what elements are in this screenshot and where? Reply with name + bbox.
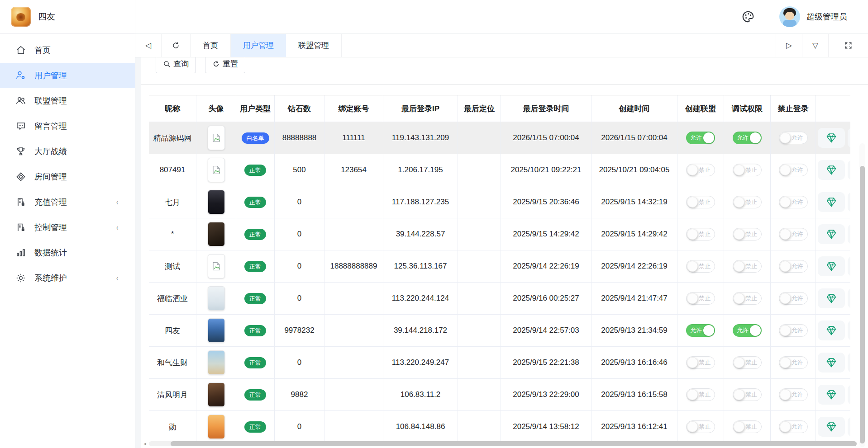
secondary-action-button[interactable]: [848, 256, 850, 276]
create-union-toggle[interactable]: 禁止: [686, 356, 715, 369]
sidebar-item-home-0[interactable]: 首页: [0, 38, 135, 63]
sidebar-item-gear-9[interactable]: 系统维护‹: [0, 265, 135, 291]
cell-create-time: 2025/9/13 21:34:59: [591, 315, 677, 346]
debug-permission-toggle[interactable]: 禁止: [733, 420, 762, 433]
user-avatar[interactable]: [208, 286, 225, 311]
ban-login-toggle[interactable]: 允许: [779, 420, 808, 433]
table-row[interactable]: 和气生财正常0113.220.249.2472025/9/15 22:21:38…: [149, 347, 850, 379]
diamond-action-button[interactable]: [818, 224, 845, 244]
create-union-toggle[interactable]: 禁止: [686, 292, 715, 305]
user-avatar[interactable]: [208, 415, 225, 439]
diamond-action-button[interactable]: [818, 288, 845, 308]
sidebar-item-users-2[interactable]: 联盟管理: [0, 88, 135, 113]
user-type-badge: 正常: [244, 357, 266, 368]
tab-2[interactable]: 联盟管理: [286, 34, 342, 57]
secondary-action-button[interactable]: [848, 321, 850, 340]
tab-0[interactable]: 首页: [191, 34, 231, 57]
create-union-toggle[interactable]: 禁止: [686, 228, 715, 241]
create-union-toggle[interactable]: 禁止: [686, 260, 715, 273]
tabs-forward-button[interactable]: ▷: [776, 34, 802, 57]
diamond-action-button[interactable]: [818, 160, 845, 180]
sidebar-item-trophy-4[interactable]: 大厅战绩: [0, 139, 135, 164]
table-row[interactable]: 勋正常0106.84.148.862025/9/14 13:58:122025/…: [149, 411, 850, 443]
ban-login-toggle[interactable]: 允许: [779, 356, 808, 369]
diamond-action-button[interactable]: [818, 128, 845, 148]
tabs-refresh-button[interactable]: [162, 34, 191, 57]
user-type-badge: 正常: [244, 293, 266, 304]
sidebar-item-building-7[interactable]: 控制管理‹: [0, 215, 135, 240]
table-row[interactable]: 七月正常0117.188.127.2352025/9/15 20:36:4620…: [149, 186, 850, 218]
fullscreen-button[interactable]: [828, 34, 868, 57]
user-avatar[interactable]: [208, 158, 225, 182]
ban-login-toggle[interactable]: 允许: [779, 132, 808, 144]
tab-1[interactable]: 用户管理: [231, 34, 286, 57]
sidebar-item-user-gear-1[interactable]: 用户管理: [0, 63, 135, 88]
ban-login-toggle[interactable]: 允许: [779, 324, 808, 337]
admin-menu[interactable]: 超级管理员: [779, 6, 847, 27]
cell-bound-account: [324, 186, 383, 218]
ban-login-toggle[interactable]: 允许: [779, 196, 808, 208]
secondary-action-button[interactable]: [848, 128, 850, 148]
vertical-scrollbar[interactable]: [859, 143, 865, 447]
theme-palette-icon[interactable]: [741, 10, 755, 24]
ban-login-toggle[interactable]: 允许: [779, 292, 808, 305]
create-union-toggle[interactable]: 禁止: [686, 420, 715, 433]
scroll-left-arrow-icon[interactable]: ◂: [141, 441, 149, 447]
secondary-action-button[interactable]: [848, 192, 850, 212]
create-union-toggle[interactable]: 禁止: [686, 196, 715, 208]
ban-login-toggle[interactable]: 允许: [779, 260, 808, 273]
debug-permission-toggle[interactable]: 禁止: [733, 388, 762, 401]
search-button[interactable]: 查询: [156, 57, 196, 73]
user-avatar[interactable]: [208, 126, 225, 150]
sidebar-item-rooms-5[interactable]: 房间管理: [0, 164, 135, 189]
table-row[interactable]: 清风明月正常9882106.83.11.22025/9/13 22:29:002…: [149, 379, 850, 411]
table-row[interactable]: 精品源码网白名单88888888111111119.143.131.209202…: [149, 122, 850, 154]
create-union-toggle[interactable]: 禁止: [686, 164, 715, 176]
sidebar-item-building-6[interactable]: 充值管理‹: [0, 189, 135, 215]
diamond-action-button[interactable]: [818, 321, 845, 340]
debug-permission-toggle[interactable]: 允许: [733, 132, 762, 144]
user-avatar[interactable]: [208, 318, 225, 343]
secondary-action-button[interactable]: [848, 224, 850, 244]
ban-login-toggle[interactable]: 允许: [779, 388, 808, 401]
debug-permission-toggle[interactable]: 禁止: [733, 356, 762, 369]
sidebar-item-chart-8[interactable]: 数据统计: [0, 240, 135, 265]
user-avatar[interactable]: [208, 190, 225, 214]
debug-permission-toggle[interactable]: 禁止: [733, 164, 762, 176]
debug-permission-toggle[interactable]: 允许: [733, 324, 762, 337]
secondary-action-button[interactable]: [848, 417, 850, 437]
user-avatar[interactable]: [208, 222, 225, 246]
user-avatar[interactable]: [208, 254, 225, 278]
secondary-action-button[interactable]: [848, 160, 850, 180]
diamond-action-button[interactable]: [818, 192, 845, 212]
create-union-toggle[interactable]: 禁止: [686, 388, 715, 401]
ban-login-toggle[interactable]: 允许: [779, 228, 808, 241]
secondary-action-button[interactable]: [848, 288, 850, 308]
table-row[interactable]: 福临酒业正常0113.220.244.1242025/9/16 00:25:27…: [149, 283, 850, 315]
create-union-toggle[interactable]: 允许: [686, 324, 715, 337]
tabs-dropdown-button[interactable]: ▽: [802, 34, 828, 57]
ban-login-toggle[interactable]: 允许: [779, 164, 808, 176]
diamond-action-button[interactable]: [818, 256, 845, 276]
reset-button[interactable]: 重置: [205, 57, 245, 73]
tabs-back-button[interactable]: ◁: [135, 34, 162, 57]
secondary-action-button[interactable]: [848, 385, 850, 405]
debug-permission-toggle[interactable]: 禁止: [733, 228, 762, 241]
debug-permission-toggle[interactable]: 禁止: [733, 292, 762, 305]
diamond-action-button[interactable]: [818, 417, 845, 437]
diamond-action-button[interactable]: [818, 353, 845, 373]
toggle-label: 禁止: [745, 423, 757, 431]
user-avatar[interactable]: [208, 350, 225, 375]
table-row[interactable]: 807491正常5001236541.206.17.1952025/10/21 …: [149, 154, 850, 186]
horizontal-scrollbar[interactable]: ◂: [141, 441, 857, 447]
create-union-toggle[interactable]: 允许: [686, 132, 715, 144]
secondary-action-button[interactable]: [848, 353, 850, 373]
table-row[interactable]: 四友正常997823239.144.218.1722025/9/14 22:57…: [149, 315, 850, 347]
table-row[interactable]: *正常039.144.228.572025/9/15 14:29:422025/…: [149, 218, 850, 250]
sidebar-item-chat-3[interactable]: 留言管理: [0, 113, 135, 139]
debug-permission-toggle[interactable]: 禁止: [733, 260, 762, 273]
user-avatar[interactable]: [208, 382, 225, 407]
debug-permission-toggle[interactable]: 禁止: [733, 196, 762, 208]
diamond-action-button[interactable]: [818, 385, 845, 405]
table-row[interactable]: 测试正常018888888889125.36.113.1672025/9/14 …: [149, 250, 850, 283]
